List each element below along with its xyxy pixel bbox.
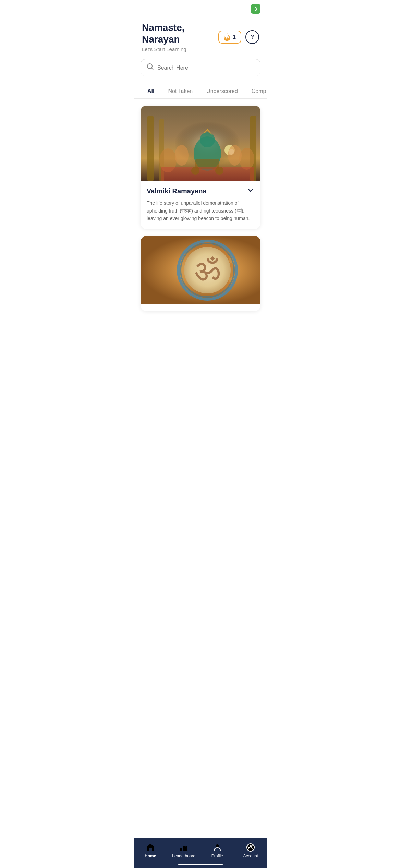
home-indicator-bar — [178, 864, 223, 865]
nav-home-label: Home — [145, 854, 156, 858]
header: Namaste, Narayan Let's Start Learning 1 … — [134, 16, 267, 59]
search-input[interactable] — [157, 65, 254, 71]
tab-underscored[interactable]: Underscored — [199, 85, 245, 98]
card-title-row: Valmiki Ramayana — [147, 186, 254, 196]
nav-account-label: Account — [243, 854, 258, 858]
svg-point-15 — [228, 145, 242, 166]
svg-rect-29 — [183, 846, 185, 851]
card-ramayana-desc: The life story of unparallel demonstrati… — [147, 199, 254, 222]
svg-point-14 — [239, 148, 254, 170]
tab-not-taken[interactable]: Not Taken — [161, 85, 199, 98]
header-left: Namaste, Narayan Let's Start Learning — [142, 22, 218, 52]
bottom-nav: Home Leaderboard Profile — [134, 838, 267, 868]
nav-profile[interactable]: Profile — [205, 843, 229, 858]
subtitle-text: Let's Start Learning — [142, 46, 218, 52]
svg-rect-16 — [161, 167, 254, 181]
help-button[interactable]: ? — [245, 30, 259, 44]
card-ramayana: Valmiki Ramayana The life story of unpar… — [141, 106, 260, 229]
nav-home[interactable]: Home — [138, 843, 162, 858]
leaderboard-icon — [179, 843, 188, 852]
chevron-down-icon[interactable] — [247, 186, 254, 196]
svg-text:ॐ: ॐ — [194, 253, 220, 287]
card-om: ॐ — [141, 236, 260, 311]
card-ramayana-title: Valmiki Ramayana — [147, 187, 207, 195]
svg-rect-2 — [147, 116, 154, 181]
help-icon: ? — [251, 34, 254, 40]
nav-leaderboard-label: Leaderboard — [172, 854, 195, 858]
svg-rect-30 — [185, 846, 187, 851]
svg-point-17 — [191, 167, 199, 175]
header-right: 1 ? — [218, 30, 259, 44]
fire-badge[interactable]: 1 — [218, 31, 241, 44]
card-ramayana-image — [141, 106, 260, 181]
svg-rect-5 — [260, 119, 260, 181]
content-area: Valmiki Ramayana The life story of unpar… — [134, 99, 267, 346]
tab-all[interactable]: All — [141, 85, 161, 98]
card-ramayana-body: Valmiki Ramayana The life story of unpar… — [141, 181, 260, 229]
nav-profile-label: Profile — [211, 854, 223, 858]
profile-icon — [213, 843, 222, 852]
home-icon — [146, 843, 155, 852]
fire-count: 1 — [233, 34, 236, 40]
status-icon: 3 — [251, 4, 260, 14]
tabs-container: All Not Taken Underscored Comp — [134, 85, 267, 99]
tab-comp[interactable]: Comp — [245, 85, 267, 98]
svg-point-18 — [215, 167, 223, 175]
search-container — [134, 59, 267, 85]
card-om-image: ॐ — [141, 236, 260, 311]
search-icon — [147, 63, 154, 72]
svg-point-7 — [200, 132, 215, 147]
nav-account[interactable]: Account — [239, 843, 263, 858]
svg-point-31 — [216, 844, 219, 848]
svg-point-13 — [175, 145, 189, 166]
greeting-text: Namaste, Narayan — [142, 22, 218, 45]
search-box — [141, 59, 260, 76]
svg-rect-28 — [180, 848, 182, 851]
status-bar: 3 — [134, 0, 267, 16]
nav-leaderboard[interactable]: Leaderboard — [172, 843, 196, 858]
account-icon — [246, 843, 255, 852]
fire-icon — [224, 33, 231, 41]
